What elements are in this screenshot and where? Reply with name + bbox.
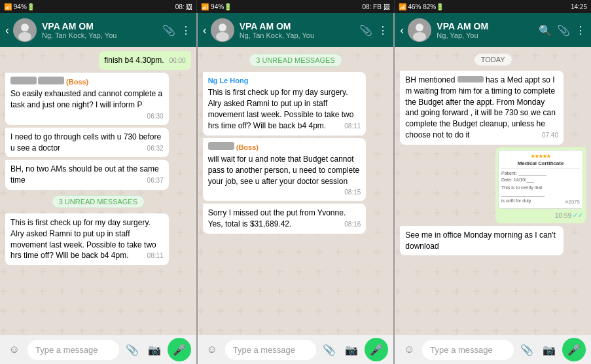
more-icon-1[interactable]: ⋮ (181, 24, 191, 37)
msg-p3-medcert: ★★★★★ Medical Certificate Patient: _____… (495, 147, 586, 223)
status-left-1: 📶 94%🔋 (4, 3, 35, 10)
msg-text: This is first check up for my day surger… (10, 218, 156, 260)
back-button-1[interactable]: ‹ (5, 24, 9, 37)
messages-area-2: 3 UNREAD MESSAGES Ng Le Hong This is fir… (198, 47, 394, 335)
status-left-2: 📶 94%🔋 (201, 3, 232, 10)
status-time-1: 08: 🖼 (175, 3, 193, 10)
msg-sender: Ng Le Hong (208, 76, 361, 86)
msg-text: See me in office Monday morning as I can… (405, 230, 556, 251)
avatar-3 (408, 18, 431, 42)
camera-button-3[interactable]: 📷 (540, 340, 558, 359)
header-subtitle-1: Ng, Tan Kock, Yap, You (42, 31, 162, 39)
msg-p2-3: Sorry I missed out the put from Yvonne. … (203, 204, 367, 234)
attach-button-2[interactable]: 📎 (320, 340, 338, 359)
msg-p1-2: (Boss) So easily exhausted and cannot co… (5, 73, 169, 125)
back-button-3[interactable]: ‹ (400, 24, 404, 37)
input-bar-3: ☺ Type a message 📎 📷 🎤 (395, 335, 591, 364)
msg-time: 08:15 (344, 188, 361, 197)
msg-time-medcert: 10:59 (555, 211, 571, 221)
messages-area-1: finish b4 4.30pm. 06:00 (Boss) So easily… (0, 47, 196, 335)
message-input-2[interactable]: Type a message (225, 340, 317, 360)
attach-button-3[interactable]: 📎 (518, 340, 536, 359)
more-icon-2[interactable]: ⋮ (378, 24, 388, 37)
msg-time: 06:32 (147, 144, 164, 153)
msg-time: 06:37 (147, 176, 164, 185)
msg-time: 06:00 (170, 56, 186, 65)
chat-panel-2: ‹ VPA AM OM Ng, Tan Kock, Yap, You 📎 ⋮ (198, 13, 395, 364)
msg-time: 07:40 (542, 131, 558, 140)
camera-button-1[interactable]: 📷 (145, 340, 164, 359)
med-cert-title: ★★★★★ Medical Certificate (501, 153, 580, 169)
msg-p2-2: (Boss) will wait for u and note that Bud… (203, 138, 367, 202)
header-icons-1: 📎 ⋮ (162, 24, 191, 37)
unread-badge-1: 3 UNREAD MESSAGES (52, 195, 145, 208)
header-title-3: VPA AM OM (437, 21, 539, 31)
msg-sender: (Boss) (208, 142, 361, 153)
attach-button-1[interactable]: 📎 (123, 340, 141, 359)
input-bar-2: ☺ Type a message 📎 📷 🎤 (198, 335, 394, 364)
medical-certificate-image: ★★★★★ Medical Certificate Patient: _____… (498, 150, 583, 209)
header-info-3: VPA AM OM Ng, Yap, You (437, 21, 539, 39)
msg-time: 08:11 (344, 122, 361, 131)
svg-point-2 (18, 32, 31, 41)
svg-point-5 (216, 32, 229, 41)
back-button-2[interactable]: ‹ (203, 24, 207, 37)
med-cert-ref: #2975 (565, 198, 580, 206)
message-input-1[interactable]: Type a message (27, 340, 119, 360)
header-subtitle-2: Ng, Tan Kock, Yap, You (240, 31, 360, 39)
msg-sender: (Boss) (10, 77, 164, 87)
msg-p1-3: I need to go through cells with u 730 be… (5, 128, 169, 158)
status-left-3: 📶 46% 82%🔋 (399, 3, 444, 10)
header-info-1: VPA AM OM Ng, Tan Kock, Yap, You (42, 21, 162, 39)
camera-button-2[interactable]: 📷 (342, 340, 361, 359)
message-input-3[interactable]: Type a message (422, 340, 514, 360)
input-bar-1: ☺ Type a message 📎 📷 🎤 (0, 335, 196, 364)
avatar-2 (211, 18, 234, 42)
emoji-button-3[interactable]: ☺ (400, 340, 418, 359)
mic-button-1[interactable]: 🎤 (168, 338, 191, 361)
emoji-button-1[interactable]: ☺ (5, 340, 24, 359)
msg-text: I need to go through cells with u 730 be… (10, 132, 161, 153)
attach-icon-1[interactable]: 📎 (162, 24, 175, 37)
msg-time: 06:30 (147, 112, 164, 121)
chat-header-1: ‹ VPA AM OM Ng, Tan Kock, Yap, You 📎 ⋮ (0, 13, 196, 47)
avatar-1 (13, 18, 37, 42)
date-badge-3: TODAY (475, 54, 512, 65)
svg-point-1 (21, 24, 29, 31)
attach-icon-3[interactable]: 📎 (557, 24, 570, 37)
header-title-2: VPA AM OM (240, 21, 360, 31)
attach-icon-2[interactable]: 📎 (359, 24, 372, 37)
mic-button-2[interactable]: 🎤 (365, 338, 388, 361)
msg-text: will wait for u and note that Budget can… (208, 155, 360, 186)
chat-panel-3: ‹ VPA AM OM Ng, Yap, You 🔍 📎 ⋮ (395, 13, 591, 364)
msg-p1-5: This is first check up for my day surger… (5, 213, 169, 265)
svg-point-8 (413, 32, 426, 41)
header-icons-2: 📎 ⋮ (359, 24, 388, 37)
header-icons-3: 🔍 📎 ⋮ (539, 24, 586, 37)
search-icon-3[interactable]: 🔍 (539, 24, 552, 37)
mic-button-3[interactable]: 🎤 (562, 338, 586, 361)
msg-text: This is first check up for my day surger… (208, 88, 354, 130)
msg-time: 08:16 (344, 220, 361, 229)
msg-p1-1: finish b4 4.30pm. 06:00 (99, 51, 190, 70)
more-icon-3[interactable]: ⋮ (575, 24, 586, 37)
msg-text: finish b4 4.30pm. (104, 56, 164, 65)
chat-header-2: ‹ VPA AM OM Ng, Tan Kock, Yap, You 📎 ⋮ (198, 13, 394, 47)
messages-area-3: TODAY BH mentioned has a Med appt so I m… (395, 47, 591, 335)
chat-panel-1: ‹ VPA AM OM Ng, Tan Kock, Yap, You 📎 ⋮ (0, 13, 198, 364)
emoji-button-2[interactable]: ☺ (203, 340, 221, 359)
svg-point-7 (416, 24, 423, 31)
msg-time: 08:11 (147, 251, 164, 261)
svg-point-4 (219, 24, 226, 31)
header-info-2: VPA AM OM Ng, Tan Kock, Yap, You (240, 21, 360, 39)
msg-text: Sorry I missed out the put from Yvonne. … (208, 208, 346, 228)
msg-text: BH, no two AMs should be out at the same… (10, 164, 159, 185)
msg-text: BH mentioned has a Med appt so I m waiti… (405, 75, 555, 139)
double-tick-icon: ✓✓ (573, 211, 583, 220)
header-subtitle-3: Ng, Yap, You (437, 31, 539, 39)
unread-badge-2: 3 UNREAD MESSAGES (249, 54, 342, 67)
header-title-1: VPA AM OM (42, 21, 162, 31)
msg-p3-2: See me in office Monday morning as I can… (400, 226, 564, 256)
chat-header-3: ‹ VPA AM OM Ng, Yap, You 🔍 📎 ⋮ (395, 13, 591, 47)
status-time-3: 14:25 (571, 3, 587, 10)
